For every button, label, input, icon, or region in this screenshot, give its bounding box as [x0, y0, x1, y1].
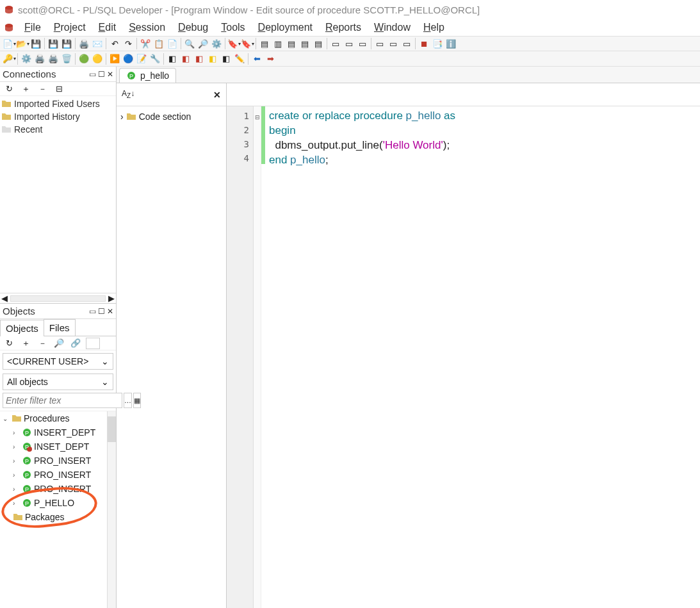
maximize-icon[interactable]: ☐ [98, 307, 105, 316]
info-button[interactable]: ℹ️ [444, 37, 457, 50]
menu-reports[interactable]: Reports [319, 21, 368, 34]
expand-icon[interactable]: › [13, 457, 20, 464]
collapse-icon[interactable]: ⊟ [53, 83, 65, 95]
nav-fwd-button[interactable]: ➡ [264, 53, 277, 65]
erase-white-button[interactable]: ◧ [220, 53, 232, 65]
cut-button[interactable]: ✂️ [139, 37, 152, 50]
tree-item[interactable]: ›PINSET_DEPT [0, 440, 116, 454]
open-button[interactable]: 📂 [16, 37, 29, 50]
tree-folder-procedures[interactable]: ⌄ Procedures [0, 411, 116, 425]
note-button[interactable]: 📝 [135, 53, 148, 65]
commit-button[interactable]: 🟢 [77, 53, 90, 65]
refresh-icon[interactable]: ↻ [3, 337, 15, 350]
window-tile-button[interactable]: ▭ [356, 37, 369, 50]
close-icon[interactable]: ✕ [107, 70, 113, 79]
tree-item[interactable]: Recent [1, 123, 115, 136]
rollback-button[interactable]: 🟡 [91, 53, 104, 65]
usage-icon[interactable]: 🔗 [69, 337, 82, 350]
menu-deployment[interactable]: Deployment [252, 21, 319, 34]
code-area[interactable]: create or replace procedure p_hello as b… [265, 106, 700, 608]
filter-input[interactable] [3, 393, 122, 408]
expand-icon[interactable]: › [13, 429, 20, 436]
wrench-button[interactable]: 🔧 [149, 53, 161, 65]
menu-edit[interactable]: Edit [92, 21, 123, 34]
erase-yellow-button[interactable]: ◧ [206, 53, 219, 65]
menu-window[interactable]: Window [368, 21, 417, 34]
replace-button[interactable]: ⚙️ [210, 37, 223, 50]
remove-icon[interactable]: － [36, 337, 49, 350]
indent-button[interactable]: ▤ [258, 37, 271, 50]
sort-az-button[interactable]: AZ↓ [122, 89, 134, 99]
outline-item[interactable]: › Code section [120, 110, 222, 123]
expand-icon[interactable]: › [13, 500, 20, 507]
find-icon[interactable]: 🔎 [53, 337, 65, 350]
copy-button[interactable]: 📋 [152, 37, 165, 50]
erase-red2-button[interactable]: ◧ [193, 53, 206, 65]
save-button[interactable]: 💾 [29, 37, 42, 50]
tree-item[interactable]: ›PP_HELLO [0, 496, 116, 510]
expand-icon[interactable]: › [13, 443, 20, 450]
new-button[interactable]: 📄 [3, 37, 15, 50]
tab-objects[interactable]: Objects [0, 320, 44, 336]
connections-tree[interactable]: Imported Fixed Users Imported History Re… [0, 96, 116, 293]
tree-item[interactable]: ›PPRO_INSERT [0, 482, 116, 496]
menu-file[interactable]: File [18, 21, 47, 34]
v-scrollbar[interactable] [107, 411, 116, 608]
tree-folder-packages[interactable]: Packages [0, 510, 116, 524]
tab-files[interactable]: Files [44, 319, 76, 336]
save-multi-button[interactable]: 💾 [60, 37, 73, 50]
tree-item[interactable]: Imported Fixed Users [1, 97, 115, 110]
user-dropdown[interactable]: <CURRENT USER> ⌄ [3, 353, 113, 370]
trash-button[interactable]: 🗑️ [60, 53, 73, 65]
menu-debug[interactable]: Debug [172, 21, 215, 34]
close-outline-button[interactable]: ✕ [213, 90, 221, 100]
add-icon[interactable]: ＋ [19, 337, 32, 350]
objects-tree[interactable]: ⌄ Procedures ›PINSERT_DEPT›PINSET_DEPT›P… [0, 411, 116, 608]
tree-item[interactable]: ›PPRO_INSERT [0, 454, 116, 468]
close-icon[interactable]: ✕ [107, 307, 113, 316]
h-scrollbar[interactable]: ◀ ▶ [0, 293, 116, 303]
minimize-icon[interactable]: ▭ [89, 70, 96, 79]
gear-button[interactable]: ⚙️ [20, 53, 33, 65]
report-button[interactable]: 📑 [431, 37, 444, 50]
add-icon[interactable]: ＋ [19, 83, 32, 95]
refresh-icon[interactable]: ↻ [3, 83, 15, 95]
outdent-button[interactable]: ▥ [272, 37, 284, 50]
color-box[interactable] [86, 338, 100, 349]
paste-window-button[interactable]: ▭ [387, 37, 400, 50]
undo-button[interactable]: ↶ [108, 37, 121, 50]
exec-step-button[interactable]: 🔵 [122, 53, 134, 65]
format-button[interactable]: ▤ [312, 37, 325, 50]
window-list-button[interactable]: ▭ [329, 37, 342, 50]
expand-icon[interactable]: › [13, 472, 20, 479]
bookmark-next-button[interactable]: 🔖 [241, 37, 254, 50]
expand-icon[interactable]: › [120, 111, 124, 122]
bookmark-button[interactable]: 🔖 [227, 37, 240, 50]
scope-dropdown[interactable]: All objects ⌄ [3, 374, 113, 390]
menu-project[interactable]: Project [47, 21, 92, 34]
print3-button[interactable]: 🖨️ [47, 53, 60, 65]
erase-pencil-button[interactable]: ✏️ [233, 53, 246, 65]
menu-help[interactable]: Help [417, 21, 451, 34]
tree-item[interactable]: ›PINSERT_DEPT [0, 425, 116, 440]
key-button[interactable]: 🔑 [3, 53, 15, 65]
erase-red-button[interactable]: ◧ [179, 53, 192, 65]
print2-button[interactable]: 🖨️ [33, 53, 46, 65]
email-button[interactable]: ✉️ [91, 37, 104, 50]
find-next-button[interactable]: 🔎 [197, 37, 209, 50]
stop-button[interactable]: ⏹ [418, 37, 430, 50]
tree-item[interactable]: ›PPRO_INSERT [0, 468, 116, 482]
tree-item[interactable]: Imported History [1, 110, 115, 123]
fold-column[interactable]: ⊟ [254, 106, 261, 608]
remove-icon[interactable]: － [36, 83, 49, 95]
document-tab[interactable]: P p_hello [119, 68, 176, 83]
expand-icon[interactable]: › [13, 486, 20, 493]
maximize-icon[interactable]: ☐ [98, 70, 105, 79]
scroll-track[interactable] [10, 295, 106, 302]
save-all-button[interactable]: 💾 [47, 37, 60, 50]
eraser-button[interactable]: ◧ [166, 53, 179, 65]
scroll-left-icon[interactable]: ◀ [1, 293, 8, 303]
print-button[interactable]: 🖨️ [77, 37, 90, 50]
menu-tools[interactable]: Tools [215, 21, 251, 34]
comment-button[interactable]: ▤ [285, 37, 298, 50]
